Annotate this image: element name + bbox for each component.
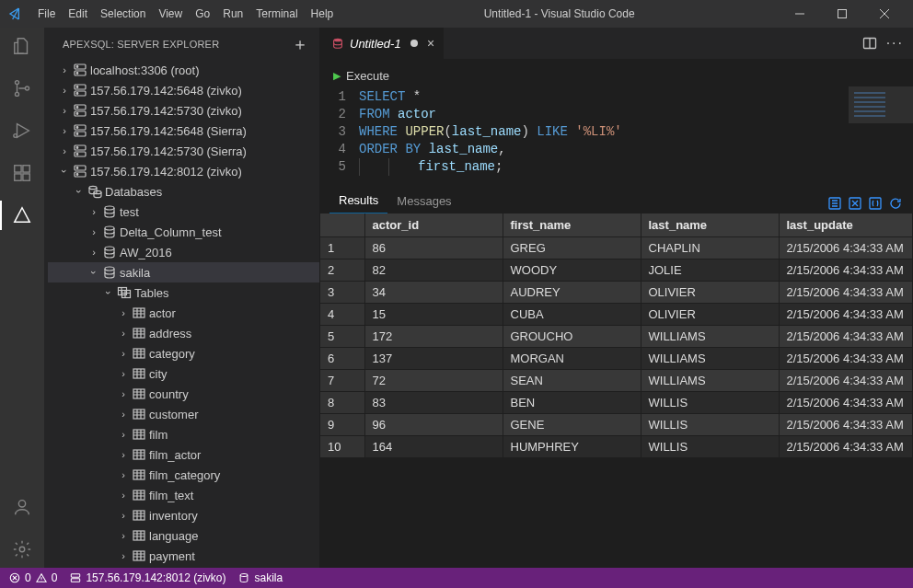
close-tab-button[interactable]: × <box>427 36 434 51</box>
menu-edit[interactable]: Edit <box>62 0 94 28</box>
table-row[interactable]: 415CUBAOLIVIER2/15/2006 4:34:33 AM <box>320 303 913 325</box>
window-title: Untitled-1 - Visual Studio Code <box>340 7 779 20</box>
table-row[interactable]: 883BENWILLIS2/15/2006 4:34:33 AM <box>320 391 913 413</box>
col-header[interactable]: first_name <box>503 213 641 236</box>
activity-apexsql-icon[interactable] <box>11 204 33 226</box>
results-grid[interactable]: actor_id first_name last_name last_updat… <box>320 213 913 568</box>
table-item[interactable]: ›actor <box>48 303 319 323</box>
minimap-slider[interactable] <box>849 86 913 123</box>
cell-last-name: WILLIS <box>641 435 779 457</box>
menu-help-label: Help <box>311 7 334 20</box>
status-problems[interactable]: 0 0 <box>9 571 57 584</box>
menu-view[interactable]: View <box>152 0 189 28</box>
cell-last-name: CHAPLIN <box>641 236 779 259</box>
databases-icon <box>87 184 103 199</box>
table-item[interactable]: ›film_text <box>48 485 319 505</box>
table-icon <box>131 467 147 482</box>
activity-extensions-icon[interactable] <box>11 162 33 184</box>
server-item[interactable]: › 157.56.179.142:8012 (zivko) <box>48 161 319 181</box>
table-item[interactable]: ›country <box>48 384 319 404</box>
window-minimize-button[interactable] <box>779 0 821 28</box>
database-item[interactable]: › AW_2016 <box>48 242 319 262</box>
col-header[interactable]: last_name <box>641 213 779 236</box>
add-connection-button[interactable]: ＋ <box>292 33 308 55</box>
chevron-right-icon: › <box>116 530 131 541</box>
menu-file[interactable]: File <box>31 0 62 28</box>
server-item[interactable]: › 157.56.179.142:5648 (zivko) <box>48 80 319 100</box>
status-connection[interactable]: 157.56.179.142:8012 (zivko) <box>70 571 225 584</box>
activity-explorer-icon[interactable] <box>11 35 33 57</box>
menu-go[interactable]: Go <box>189 0 216 28</box>
export-csv-icon[interactable] <box>826 195 843 212</box>
refresh-icon[interactable] <box>887 195 904 212</box>
table-item[interactable]: ›address <box>48 323 319 343</box>
window-close-button[interactable] <box>863 0 906 28</box>
database-item[interactable]: › Delta_Column_test <box>48 222 319 242</box>
table-item[interactable]: ›customer <box>48 404 319 424</box>
table-row[interactable]: 282WOODYJOLIE2/15/2006 4:34:33 AM <box>320 259 913 281</box>
rownum-cell: 6 <box>320 347 364 369</box>
menu-terminal[interactable]: Terminal <box>249 0 304 28</box>
export-json-icon[interactable] <box>867 195 884 212</box>
svg-rect-44 <box>133 308 144 317</box>
code-editor[interactable]: 1 2 3 4 5 SELECT * FROM actor WHERE UPPE… <box>320 86 913 185</box>
database-icon <box>101 204 118 219</box>
svg-rect-9 <box>23 174 29 180</box>
table-row[interactable]: 772SEANWILLIAMS2/15/2006 4:34:33 AM <box>320 369 913 391</box>
table-icon <box>131 366 147 381</box>
activity-accounts-icon[interactable] <box>11 496 33 518</box>
chevron-down-icon: › <box>88 265 99 280</box>
table-row[interactable]: 5172GROUCHOWILLIAMS2/15/2006 4:34:33 AM <box>320 325 913 347</box>
results-panel: Results Messages ac <box>320 185 913 568</box>
menu-help[interactable]: Help <box>305 0 341 28</box>
server-item[interactable]: › localhost:3306 (root) <box>48 60 319 80</box>
table-item[interactable]: ›film_actor <box>48 444 319 465</box>
table-item[interactable]: ›inventory <box>48 505 319 525</box>
databases-folder[interactable]: › Databases <box>48 181 319 202</box>
cell-actor-id: 15 <box>364 303 503 325</box>
table-item[interactable]: ›film_category <box>48 465 319 485</box>
tab-messages[interactable]: Messages <box>387 189 460 213</box>
server-item[interactable]: › 157.56.179.142:5730 (Sierra) <box>48 141 319 161</box>
table-item[interactable]: ›category <box>48 343 319 363</box>
status-database[interactable]: sakila <box>238 571 283 584</box>
results-header-row: actor_id first_name last_name last_updat… <box>320 213 913 236</box>
col-header[interactable]: last_update <box>779 213 913 236</box>
tab-results[interactable]: Results <box>329 188 387 213</box>
database-item[interactable]: › test <box>48 202 319 222</box>
table-item[interactable]: ›language <box>48 525 319 546</box>
server-item[interactable]: › 157.56.179.142:5648 (Sierra) <box>48 121 319 141</box>
menu-run[interactable]: Run <box>216 0 249 28</box>
chevron-right-icon: › <box>116 429 131 440</box>
table-item[interactable]: ›film <box>48 424 319 444</box>
col-header[interactable]: actor_id <box>364 213 503 236</box>
database-item[interactable]: › sakila <box>48 262 319 282</box>
tables-folder[interactable]: › Tables <box>48 282 319 303</box>
table-item[interactable]: ›city <box>48 363 319 384</box>
more-actions-icon[interactable]: ··· <box>886 35 904 52</box>
activity-settings-icon[interactable] <box>11 538 33 560</box>
editor-tab[interactable]: Untitled-1 × <box>320 28 445 59</box>
menu-selection[interactable]: Selection <box>94 0 152 28</box>
table-row[interactable]: 186GREGCHAPLIN2/15/2006 4:34:33 AM <box>320 236 913 259</box>
svg-point-27 <box>76 133 78 135</box>
activity-source-control-icon[interactable] <box>11 77 33 99</box>
table-item[interactable]: ›payment <box>48 546 319 566</box>
sidebar-title: APEXSQL: SERVER EXPLORER <box>63 39 219 50</box>
server-item[interactable]: › 157.56.179.142:5730 (zivko) <box>48 100 319 121</box>
chevron-right-icon: › <box>87 247 101 258</box>
table-row[interactable]: 996GENEWILLIS2/15/2006 4:34:33 AM <box>320 413 913 435</box>
table-row[interactable]: 6137MORGANWILLIAMS2/15/2006 4:34:33 AM <box>320 347 913 369</box>
window-maximize-button[interactable] <box>821 0 863 28</box>
cell-first-name: HUMPHREY <box>503 435 641 457</box>
export-excel-icon[interactable] <box>847 195 863 212</box>
execute-button[interactable]: ▶ Execute <box>320 60 913 86</box>
table-row[interactable]: 10164HUMPHREYWILLIS2/15/2006 4:34:33 AM <box>320 435 913 457</box>
table-icon <box>131 386 147 401</box>
split-editor-icon[interactable] <box>862 36 877 51</box>
svg-point-34 <box>76 167 78 169</box>
activity-run-debug-icon[interactable] <box>11 120 33 142</box>
cell-last-name: JOLIE <box>641 259 779 281</box>
table-row[interactable]: 334AUDREYOLIVIER2/15/2006 4:34:33 AM <box>320 281 913 303</box>
server-icon <box>72 144 88 158</box>
